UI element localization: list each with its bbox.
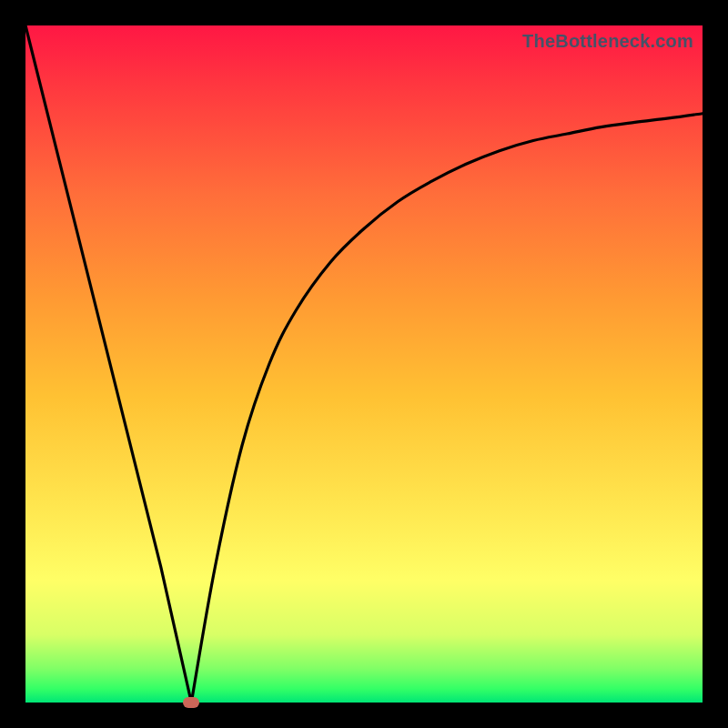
optimal-point-marker	[183, 697, 199, 708]
plot-area: TheBottleneck.com	[25, 25, 703, 703]
bottleneck-curve	[25, 25, 703, 703]
chart-frame: TheBottleneck.com	[0, 0, 728, 728]
